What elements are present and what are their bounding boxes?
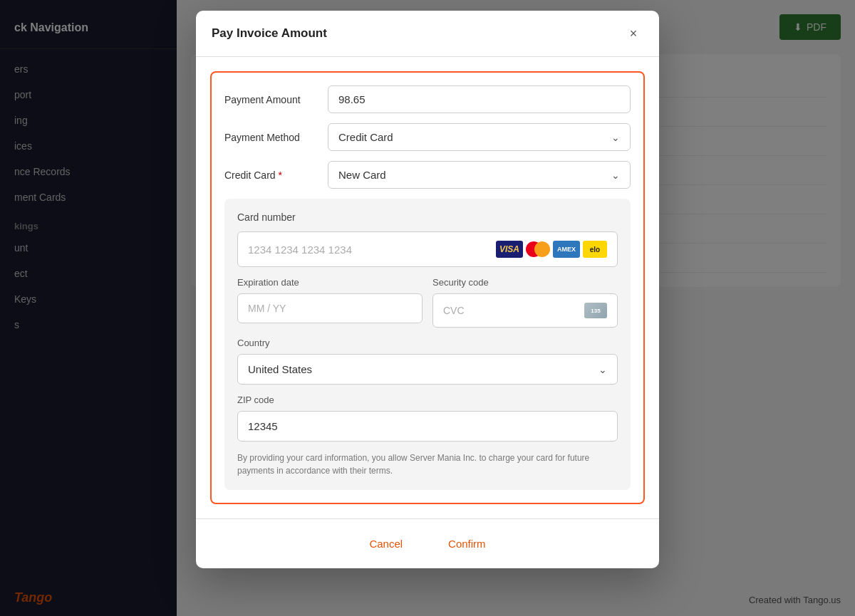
card-details-section: Card number 1234 1234 1234 1234 VISA AME…	[224, 199, 631, 490]
modal-body: Payment Amount Payment Method Credit Car…	[196, 57, 659, 518]
chevron-down-icon: ⌄	[611, 132, 620, 143]
modal-overlay: Pay Invoice Amount × Payment Amount Paym…	[0, 0, 855, 616]
card-number-title: Card number	[237, 212, 618, 223]
card-number-placeholder: 1234 1234 1234 1234	[248, 244, 352, 256]
payment-method-value: Credit Card	[338, 131, 393, 143]
confirm-button[interactable]: Confirm	[431, 531, 503, 557]
orange-bordered-section: Payment Amount Payment Method Credit Car…	[210, 71, 645, 504]
country-value: United States	[248, 363, 312, 375]
security-input[interactable]: CVC 135	[432, 293, 618, 328]
payment-method-row: Payment Method Credit Card ⌄	[224, 123, 631, 151]
zip-input[interactable]	[237, 411, 618, 442]
country-select[interactable]: United States ⌄	[237, 354, 618, 385]
mastercard-logo-icon	[526, 241, 550, 257]
amex-logo-icon: AMEX	[553, 241, 580, 258]
country-label: Country	[237, 338, 618, 348]
cancel-button[interactable]: Cancel	[352, 531, 420, 557]
modal-footer: Cancel Confirm	[196, 518, 659, 568]
card-number-input[interactable]: 1234 1234 1234 1234 VISA AMEX elo	[237, 231, 618, 267]
credit-card-label: Credit Card	[224, 169, 328, 181]
credit-card-value: New Card	[338, 169, 386, 181]
payment-amount-label: Payment Amount	[224, 94, 328, 105]
payment-amount-input[interactable]	[328, 85, 631, 113]
expiry-security-row: Expiration date MM / YY Security code CV…	[237, 277, 618, 328]
payment-method-label: Payment Method	[224, 132, 328, 143]
modal-header: Pay Invoice Amount ×	[196, 11, 659, 57]
security-column: Security code CVC 135	[432, 277, 618, 328]
chevron-down-icon: ⌄	[611, 169, 620, 181]
security-label: Security code	[432, 277, 618, 288]
country-row: Country United States ⌄	[237, 338, 618, 385]
zip-row: ZIP code	[237, 395, 618, 442]
expiry-placeholder: MM / YY	[248, 303, 286, 314]
payment-amount-row: Payment Amount	[224, 85, 631, 113]
zip-label: ZIP code	[237, 395, 618, 405]
expiry-input[interactable]: MM / YY	[237, 293, 423, 323]
pay-invoice-modal: Pay Invoice Amount × Payment Amount Paym…	[196, 11, 659, 568]
expiry-label: Expiration date	[237, 277, 423, 288]
cvc-placeholder: CVC	[443, 305, 465, 316]
payment-method-select[interactable]: Credit Card ⌄	[328, 123, 631, 151]
terms-text: By providing your card information, you …	[237, 451, 618, 477]
card-logos: VISA AMEX elo	[496, 241, 607, 258]
expiry-column: Expiration date MM / YY	[237, 277, 423, 328]
chevron-down-icon: ⌄	[598, 364, 607, 375]
credit-card-row: Credit Card New Card ⌄	[224, 161, 631, 189]
close-button[interactable]: ×	[623, 24, 643, 43]
cvc-icon: 135	[584, 303, 607, 318]
visa-logo-icon: VISA	[496, 241, 523, 258]
elo-logo-icon: elo	[583, 241, 607, 258]
modal-title: Pay Invoice Amount	[212, 26, 327, 41]
credit-card-select[interactable]: New Card ⌄	[328, 161, 631, 189]
